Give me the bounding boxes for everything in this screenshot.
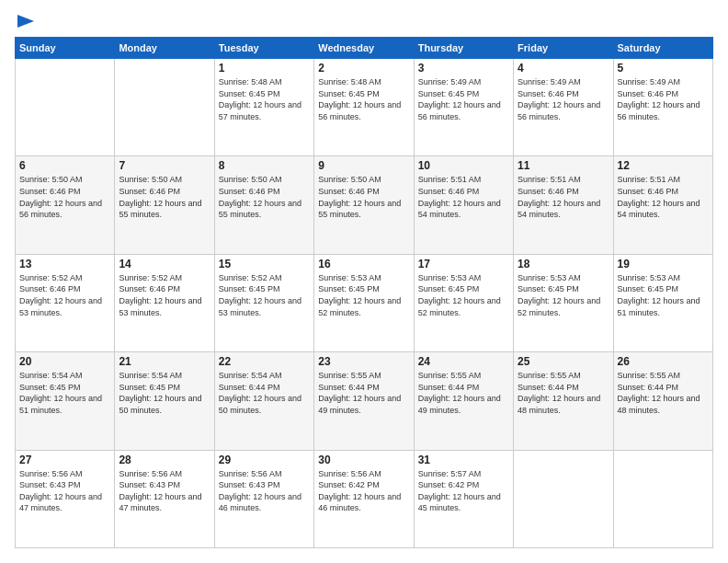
day-info: Sunrise: 5:50 AM Sunset: 6:46 PM Dayligh… <box>318 174 409 220</box>
table-cell: 16Sunrise: 5:53 AM Sunset: 6:45 PM Dayli… <box>314 254 414 351</box>
col-saturday: Saturday <box>613 38 712 59</box>
col-friday: Friday <box>514 38 613 59</box>
table-cell: 14Sunrise: 5:52 AM Sunset: 6:46 PM Dayli… <box>115 254 214 351</box>
day-number: 14 <box>119 258 210 270</box>
table-cell: 7Sunrise: 5:50 AM Sunset: 6:46 PM Daylig… <box>115 156 214 254</box>
day-info: Sunrise: 5:50 AM Sunset: 6:46 PM Dayligh… <box>19 174 110 220</box>
day-info: Sunrise: 5:48 AM Sunset: 6:45 PM Dayligh… <box>219 76 310 122</box>
day-info: Sunrise: 5:55 AM Sunset: 6:44 PM Dayligh… <box>318 370 409 416</box>
day-number: 3 <box>418 62 509 75</box>
day-number: 1 <box>219 62 310 75</box>
header <box>15 15 713 28</box>
day-number: 24 <box>418 355 509 368</box>
day-number: 20 <box>19 355 110 368</box>
day-info: Sunrise: 5:56 AM Sunset: 6:42 PM Dayligh… <box>318 468 409 514</box>
table-cell: 22Sunrise: 5:54 AM Sunset: 6:44 PM Dayli… <box>214 352 313 450</box>
day-info: Sunrise: 5:55 AM Sunset: 6:44 PM Dayligh… <box>418 370 509 416</box>
col-tuesday: Tuesday <box>214 38 313 59</box>
table-cell: 26Sunrise: 5:55 AM Sunset: 6:44 PM Dayli… <box>613 352 712 450</box>
day-number: 6 <box>19 159 110 172</box>
day-number: 2 <box>318 62 409 75</box>
day-number: 27 <box>19 454 110 466</box>
day-info: Sunrise: 5:53 AM Sunset: 6:45 PM Dayligh… <box>518 272 609 318</box>
day-info: Sunrise: 5:54 AM Sunset: 6:45 PM Dayligh… <box>119 370 210 416</box>
table-cell: 6Sunrise: 5:50 AM Sunset: 6:46 PM Daylig… <box>16 156 115 254</box>
logo <box>15 15 34 28</box>
day-number: 8 <box>219 159 310 172</box>
table-cell <box>613 450 712 547</box>
day-info: Sunrise: 5:56 AM Sunset: 6:43 PM Dayligh… <box>19 468 110 514</box>
calendar-week-row: 13Sunrise: 5:52 AM Sunset: 6:46 PM Dayli… <box>16 254 713 351</box>
table-cell: 27Sunrise: 5:56 AM Sunset: 6:43 PM Dayli… <box>16 450 115 547</box>
day-number: 13 <box>19 258 110 270</box>
table-cell: 11Sunrise: 5:51 AM Sunset: 6:46 PM Dayli… <box>514 156 613 254</box>
day-number: 10 <box>418 159 509 172</box>
table-cell: 25Sunrise: 5:55 AM Sunset: 6:44 PM Dayli… <box>514 352 613 450</box>
table-cell: 28Sunrise: 5:56 AM Sunset: 6:43 PM Dayli… <box>115 450 214 547</box>
table-cell: 17Sunrise: 5:53 AM Sunset: 6:45 PM Dayli… <box>414 254 513 351</box>
col-monday: Monday <box>115 38 214 59</box>
day-number: 21 <box>119 355 210 368</box>
day-number: 16 <box>318 258 409 270</box>
table-cell: 9Sunrise: 5:50 AM Sunset: 6:46 PM Daylig… <box>314 156 414 254</box>
table-cell: 24Sunrise: 5:55 AM Sunset: 6:44 PM Dayli… <box>414 352 513 450</box>
day-info: Sunrise: 5:57 AM Sunset: 6:42 PM Dayligh… <box>418 468 509 514</box>
calendar-week-row: 20Sunrise: 5:54 AM Sunset: 6:45 PM Dayli… <box>16 352 713 450</box>
table-cell: 19Sunrise: 5:53 AM Sunset: 6:45 PM Dayli… <box>613 254 712 351</box>
day-number: 23 <box>318 355 409 368</box>
day-info: Sunrise: 5:56 AM Sunset: 6:43 PM Dayligh… <box>219 468 310 514</box>
day-info: Sunrise: 5:52 AM Sunset: 6:46 PM Dayligh… <box>119 272 210 318</box>
day-number: 4 <box>518 62 609 75</box>
day-info: Sunrise: 5:50 AM Sunset: 6:46 PM Dayligh… <box>119 174 210 220</box>
table-cell: 5Sunrise: 5:49 AM Sunset: 6:46 PM Daylig… <box>613 59 712 156</box>
table-cell: 30Sunrise: 5:56 AM Sunset: 6:42 PM Dayli… <box>314 450 414 547</box>
day-number: 19 <box>618 258 709 270</box>
table-cell: 12Sunrise: 5:51 AM Sunset: 6:46 PM Dayli… <box>613 156 712 254</box>
day-info: Sunrise: 5:55 AM Sunset: 6:44 PM Dayligh… <box>518 370 609 416</box>
day-info: Sunrise: 5:54 AM Sunset: 6:45 PM Dayligh… <box>19 370 110 416</box>
col-sunday: Sunday <box>16 38 115 59</box>
table-cell: 2Sunrise: 5:48 AM Sunset: 6:45 PM Daylig… <box>314 59 414 156</box>
day-number: 25 <box>518 355 609 368</box>
table-cell: 21Sunrise: 5:54 AM Sunset: 6:45 PM Dayli… <box>115 352 214 450</box>
table-cell: 31Sunrise: 5:57 AM Sunset: 6:42 PM Dayli… <box>414 450 513 547</box>
table-cell: 20Sunrise: 5:54 AM Sunset: 6:45 PM Dayli… <box>16 352 115 450</box>
calendar-table: Sunday Monday Tuesday Wednesday Thursday… <box>15 37 713 548</box>
day-info: Sunrise: 5:55 AM Sunset: 6:44 PM Dayligh… <box>618 370 709 416</box>
svg-marker-0 <box>17 15 34 28</box>
calendar-week-row: 1Sunrise: 5:48 AM Sunset: 6:45 PM Daylig… <box>16 59 713 156</box>
table-cell: 15Sunrise: 5:52 AM Sunset: 6:45 PM Dayli… <box>214 254 313 351</box>
day-number: 9 <box>318 159 409 172</box>
day-number: 12 <box>618 159 709 172</box>
col-wednesday: Wednesday <box>314 38 414 59</box>
table-cell: 10Sunrise: 5:51 AM Sunset: 6:46 PM Dayli… <box>414 156 513 254</box>
header-row: Sunday Monday Tuesday Wednesday Thursday… <box>16 38 713 59</box>
day-number: 18 <box>518 258 609 270</box>
table-cell <box>16 59 115 156</box>
day-number: 29 <box>219 454 310 466</box>
day-number: 28 <box>119 454 210 466</box>
day-info: Sunrise: 5:56 AM Sunset: 6:43 PM Dayligh… <box>119 468 210 514</box>
table-cell: 1Sunrise: 5:48 AM Sunset: 6:45 PM Daylig… <box>214 59 313 156</box>
day-info: Sunrise: 5:53 AM Sunset: 6:45 PM Dayligh… <box>318 272 409 318</box>
table-cell: 4Sunrise: 5:49 AM Sunset: 6:46 PM Daylig… <box>514 59 613 156</box>
day-info: Sunrise: 5:51 AM Sunset: 6:46 PM Dayligh… <box>418 174 509 220</box>
day-info: Sunrise: 5:51 AM Sunset: 6:46 PM Dayligh… <box>518 174 609 220</box>
day-number: 7 <box>119 159 210 172</box>
day-info: Sunrise: 5:49 AM Sunset: 6:45 PM Dayligh… <box>418 76 509 122</box>
table-cell: 23Sunrise: 5:55 AM Sunset: 6:44 PM Dayli… <box>314 352 414 450</box>
day-number: 31 <box>418 454 509 466</box>
table-cell: 29Sunrise: 5:56 AM Sunset: 6:43 PM Dayli… <box>214 450 313 547</box>
day-number: 22 <box>219 355 310 368</box>
table-cell: 13Sunrise: 5:52 AM Sunset: 6:46 PM Dayli… <box>16 254 115 351</box>
calendar-week-row: 27Sunrise: 5:56 AM Sunset: 6:43 PM Dayli… <box>16 450 713 547</box>
col-thursday: Thursday <box>414 38 513 59</box>
day-info: Sunrise: 5:54 AM Sunset: 6:44 PM Dayligh… <box>219 370 310 416</box>
day-info: Sunrise: 5:53 AM Sunset: 6:45 PM Dayligh… <box>618 272 709 318</box>
table-cell: 18Sunrise: 5:53 AM Sunset: 6:45 PM Dayli… <box>514 254 613 351</box>
day-info: Sunrise: 5:51 AM Sunset: 6:46 PM Dayligh… <box>618 174 709 220</box>
table-cell <box>115 59 214 156</box>
calendar-week-row: 6Sunrise: 5:50 AM Sunset: 6:46 PM Daylig… <box>16 156 713 254</box>
day-info: Sunrise: 5:52 AM Sunset: 6:45 PM Dayligh… <box>219 272 310 318</box>
day-info: Sunrise: 5:48 AM Sunset: 6:45 PM Dayligh… <box>318 76 409 122</box>
